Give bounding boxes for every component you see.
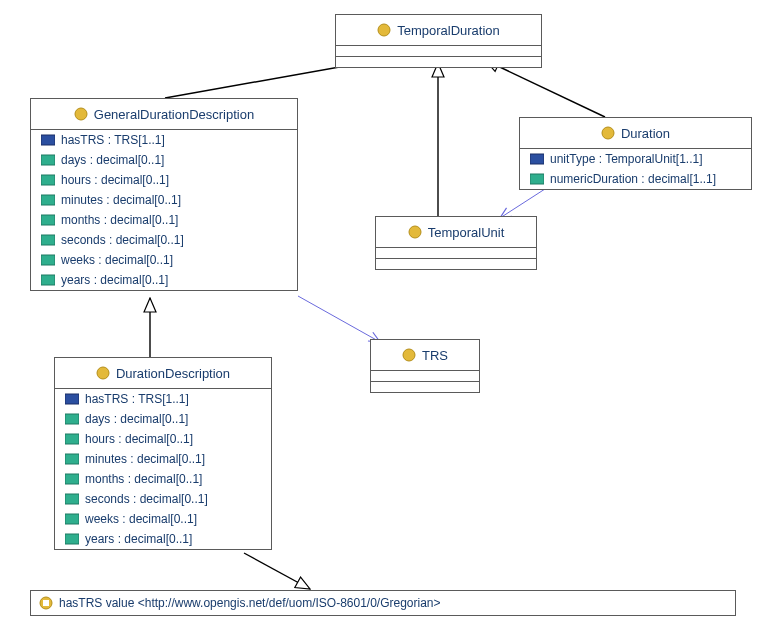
svg-point-14 xyxy=(403,349,415,361)
empty-compartment xyxy=(371,371,479,382)
class-temporal-duration: TemporalDuration xyxy=(335,14,542,68)
class-duration-description: DurationDescription hasTRS : TRS[1..1] d… xyxy=(54,357,272,550)
attr-months: months : decimal[0..1] xyxy=(31,210,297,230)
svg-rect-18 xyxy=(65,434,79,444)
class-icon xyxy=(74,107,88,121)
class-trs: TRS xyxy=(370,339,480,393)
datatype-property-icon xyxy=(41,253,55,267)
datatype-property-icon xyxy=(65,512,79,526)
class-name: TemporalDuration xyxy=(397,23,500,38)
datatype-property-icon xyxy=(530,172,544,186)
attributes-compartment: hasTRS : TRS[1..1] days : decimal[0..1] … xyxy=(31,130,297,290)
class-icon xyxy=(402,348,416,362)
attr-hasTRS: hasTRS : TRS[1..1] xyxy=(55,389,271,409)
class-title: Duration xyxy=(520,118,751,149)
class-name: Duration xyxy=(621,126,670,141)
attr-hours: hours : decimal[0..1] xyxy=(31,170,297,190)
attr-years: years : decimal[0..1] xyxy=(55,529,271,549)
attr-years: years : decimal[0..1] xyxy=(31,270,297,290)
attr-minutes: minutes : decimal[0..1] xyxy=(31,190,297,210)
attr-months: months : decimal[0..1] xyxy=(55,469,271,489)
object-property-icon xyxy=(41,133,55,147)
class-title: DurationDescription xyxy=(55,358,271,389)
class-icon xyxy=(377,23,391,37)
class-icon xyxy=(601,126,615,140)
class-name: TemporalUnit xyxy=(428,225,505,240)
svg-rect-26 xyxy=(43,600,49,602)
empty-compartment xyxy=(376,259,536,269)
svg-point-0 xyxy=(378,24,390,36)
class-temporal-unit: TemporalUnit xyxy=(375,216,537,270)
svg-rect-19 xyxy=(65,454,79,464)
class-title: GeneralDurationDescription xyxy=(31,99,297,130)
empty-compartment xyxy=(376,248,536,259)
svg-rect-2 xyxy=(41,135,55,145)
svg-rect-5 xyxy=(41,195,55,205)
restriction-icon xyxy=(39,596,53,610)
class-icon xyxy=(96,366,110,380)
attr-seconds: seconds : decimal[0..1] xyxy=(55,489,271,509)
empty-compartment xyxy=(336,46,541,57)
datatype-property-icon xyxy=(41,273,55,287)
svg-rect-7 xyxy=(41,235,55,245)
datatype-property-icon xyxy=(65,532,79,546)
class-title: TemporalDuration xyxy=(336,15,541,46)
attr-days: days : decimal[0..1] xyxy=(55,409,271,429)
class-general-duration-description: GeneralDurationDescription hasTRS : TRS[… xyxy=(30,98,298,291)
attr-numericDuration: numericDuration : decimal[1..1] xyxy=(520,169,751,189)
datatype-property-icon xyxy=(41,213,55,227)
edge-duration-to-temporalduration xyxy=(485,60,605,117)
datatype-property-icon xyxy=(65,432,79,446)
svg-point-13 xyxy=(409,226,421,238)
svg-point-10 xyxy=(602,127,614,139)
class-name: TRS xyxy=(422,348,448,363)
svg-rect-6 xyxy=(41,215,55,225)
attr-days: days : decimal[0..1] xyxy=(31,150,297,170)
restriction-label: hasTRS value <http://www.opengis.net/def… xyxy=(59,596,441,610)
object-property-icon xyxy=(530,152,544,166)
attr-minutes: minutes : decimal[0..1] xyxy=(55,449,271,469)
svg-rect-22 xyxy=(65,514,79,524)
empty-compartment xyxy=(336,57,541,67)
svg-rect-17 xyxy=(65,414,79,424)
attr-unitType: unitType : TemporalUnit[1..1] xyxy=(520,149,751,169)
datatype-property-icon xyxy=(65,472,79,486)
edge-dd-to-restriction xyxy=(244,553,310,589)
datatype-property-icon xyxy=(41,193,55,207)
attributes-compartment: hasTRS : TRS[1..1] days : decimal[0..1] … xyxy=(55,389,271,549)
attr-hours: hours : decimal[0..1] xyxy=(55,429,271,449)
svg-rect-3 xyxy=(41,155,55,165)
svg-rect-11 xyxy=(530,154,544,164)
class-duration: Duration unitType : TemporalUnit[1..1] n… xyxy=(519,117,752,190)
datatype-property-icon xyxy=(41,153,55,167)
attr-weeks: weeks : decimal[0..1] xyxy=(31,250,297,270)
svg-point-15 xyxy=(97,367,109,379)
object-property-icon xyxy=(65,392,79,406)
attr-seconds: seconds : decimal[0..1] xyxy=(31,230,297,250)
attributes-compartment: unitType : TemporalUnit[1..1] numericDur… xyxy=(520,149,751,189)
datatype-property-icon xyxy=(41,233,55,247)
svg-point-1 xyxy=(75,108,87,120)
svg-rect-16 xyxy=(65,394,79,404)
datatype-property-icon xyxy=(41,173,55,187)
class-title: TemporalUnit xyxy=(376,217,536,248)
attr-weeks: weeks : decimal[0..1] xyxy=(55,509,271,529)
attr-hasTRS: hasTRS : TRS[1..1] xyxy=(31,130,297,150)
edge-gdd-to-trs xyxy=(298,296,380,342)
datatype-property-icon xyxy=(65,412,79,426)
class-name: DurationDescription xyxy=(116,366,230,381)
datatype-property-icon xyxy=(65,452,79,466)
class-title: TRS xyxy=(371,340,479,371)
restriction-hasTRS-gregorian: hasTRS value <http://www.opengis.net/def… xyxy=(30,590,736,616)
svg-rect-23 xyxy=(65,534,79,544)
class-icon xyxy=(408,225,422,239)
class-name: GeneralDurationDescription xyxy=(94,107,254,122)
svg-rect-12 xyxy=(530,174,544,184)
svg-rect-4 xyxy=(41,175,55,185)
svg-rect-20 xyxy=(65,474,79,484)
datatype-property-icon xyxy=(65,492,79,506)
empty-compartment xyxy=(371,382,479,392)
svg-rect-9 xyxy=(41,275,55,285)
svg-rect-8 xyxy=(41,255,55,265)
svg-rect-21 xyxy=(65,494,79,504)
